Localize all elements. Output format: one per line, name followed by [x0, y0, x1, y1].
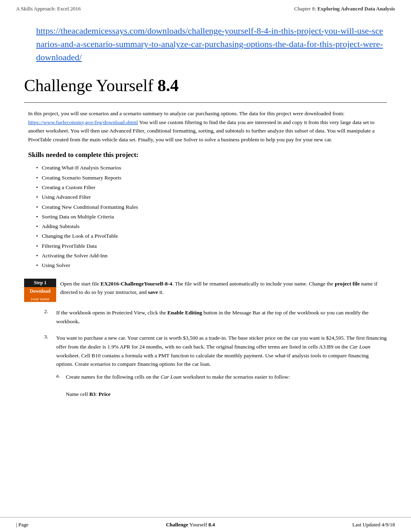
numbered-steps: 2. If the workbook opens in Protected Vi…: [24, 308, 387, 398]
step-1-projectfile: project file: [335, 281, 360, 287]
page-header: A Skills Approach: Excel 2016 Chapter 8:…: [0, 0, 411, 16]
intro-paragraph: In this project, you will use scenarios …: [24, 109, 387, 144]
skill-11: Using Solver: [42, 262, 70, 268]
sub-step-a-content: Create names for the following cells on …: [66, 373, 387, 399]
main-title: Challenge Yourself 8.4: [24, 76, 387, 95]
list-item: Creating What-If Analysis Scenarios: [36, 163, 387, 173]
page-footer: | Page Challenge Yourself 8.4 Last Updat…: [0, 517, 411, 532]
url-block[interactable]: https://theacademicessays.com/downloads/…: [36, 24, 387, 64]
header-left: A Skills Approach: Excel 2016: [16, 6, 81, 12]
fueleconomy-link[interactable]: https://www.fueleconomy.gov/feg/download…: [28, 119, 138, 125]
sub-step-a-price: Price: [98, 391, 110, 397]
footer-challenge: Challenge: [166, 522, 188, 528]
header-chapter-title: Exploring Advanced Data Analysis: [317, 6, 395, 12]
footer-yourself: Yourself: [188, 522, 208, 528]
step-1-text: Open the start file EX2016-ChallengeYour…: [60, 279, 387, 297]
list-item: Activating the Solver Add-Inn: [36, 251, 387, 261]
sub-step-a: a. Create names for the following cells …: [56, 373, 387, 399]
step-2-row: 2. If the workbook opens in Protected Vi…: [44, 308, 387, 326]
title-divider: [24, 102, 387, 103]
step-3-sub-steps: a. Create names for the following cells …: [44, 373, 387, 399]
sub-step-a-name-label: Name cell: [66, 391, 89, 397]
header-right: Chapter 8: Exploring Advanced Data Analy…: [294, 6, 395, 12]
list-item: Adding Subtotals: [36, 222, 387, 231]
footer-date: Last Updated 4/9/18: [352, 522, 395, 528]
skills-list: Creating What-If Analysis Scenarios Crea…: [24, 163, 387, 270]
skill-5: Creating New Conditional Formatting Rule…: [42, 204, 138, 210]
step-3-italic1: Car Loan: [350, 344, 370, 350]
list-item: Using Solver: [36, 261, 387, 270]
skill-4: Using Advanced Filter: [42, 194, 91, 200]
list-item: Creating Scenario Summary Reports: [36, 173, 387, 183]
list-item: Creating New Conditional Formatting Rule…: [36, 202, 387, 212]
skill-2: Creating Scenario Summary Reports: [42, 175, 121, 181]
footer-page: | Page: [16, 522, 28, 528]
list-item: Sorting Data on Multiple Criteria: [36, 212, 387, 222]
list-item: Creating a Custom Filter: [36, 183, 387, 192]
sub-step-a-letter: a.: [56, 373, 66, 379]
skill-9: Filtering PivotTable Data: [42, 243, 97, 249]
step-1-label: Step 1: [24, 279, 56, 287]
skill-6: Sorting Data on Multiple Criteria: [42, 214, 114, 220]
footer-center: Challenge Yourself 8.4: [166, 522, 215, 528]
sub-step-a-cell: B3: [89, 391, 96, 397]
step-2-number: 2.: [44, 308, 56, 315]
skill-1: Creating What-If Analysis Scenarios: [42, 165, 121, 171]
step-1-download: Download: [24, 287, 56, 296]
list-item: Filtering PivotTable Data: [36, 241, 387, 251]
main-content: https://theacademicessays.com/downloads/…: [0, 16, 411, 517]
list-item: Changing the Look of a PivotTable: [36, 231, 387, 241]
list-item: Using Advanced Filter: [36, 192, 387, 202]
intro-text-1: In this project, you will use scenarios …: [28, 110, 344, 116]
skill-3: Creating a Custom Filter: [42, 184, 96, 190]
title-text: Challenge Yourself: [24, 76, 157, 95]
step-3-content: You want to purchase a new car. Your cur…: [56, 334, 387, 368]
step-1-yourname: your name: [24, 296, 56, 302]
sub-step-a-text2: worksheet to make the scenarios easier t…: [181, 374, 290, 380]
step-3-text2: worksheet. Cell B10 contains a formula w…: [56, 353, 368, 367]
step-1-badge: Step 1 Download your name: [24, 279, 56, 302]
step-3-number: 3.: [44, 334, 56, 340]
step-1-save: save: [148, 289, 158, 295]
footer-num: 8.4: [208, 522, 215, 528]
title-number: 8.4: [157, 76, 179, 95]
step-3: 3. You want to purchase a new car. Your …: [44, 334, 387, 398]
step-1-text4: it.: [158, 289, 164, 295]
step-3-text1: You want to purchase a new car. Your cur…: [56, 335, 387, 350]
page: A Skills Approach: Excel 2016 Chapter 8:…: [0, 0, 411, 532]
sub-step-a-text1: Create names for the following cells on …: [66, 374, 161, 380]
skill-7: Adding Subtotals: [42, 223, 79, 229]
step-2-content: If the workbook opens in Protected View,…: [56, 308, 387, 326]
step-1-filename: EX2016-ChallengeYourself-8-4: [100, 281, 172, 287]
main-url-link[interactable]: https://theacademicessays.com/downloads/…: [36, 26, 383, 62]
step-2-period: .: [78, 318, 79, 324]
step-1-text2: . The file will be renamed automatically…: [172, 281, 335, 287]
step-2: 2. If the workbook opens in Protected Vi…: [44, 308, 387, 326]
skill-8: Changing the Look of a PivotTable: [42, 233, 118, 239]
step-1-block: Step 1 Download your name Open the start…: [24, 279, 387, 302]
skill-10: Activating the Solver Add-Inn: [42, 253, 108, 259]
step-2-bold1: Enable Editing: [167, 310, 202, 316]
sub-step-a-italic: Car Loan: [161, 374, 181, 380]
step-3-row: 3. You want to purchase a new car. Your …: [44, 334, 387, 368]
header-chapter-prefix: Chapter 8:: [294, 6, 317, 12]
skills-title: Skills needed to complete this project:: [24, 151, 387, 159]
step-2-text1: If the workbook opens in Protected View,…: [56, 310, 167, 316]
step-1-open-text: Open the start file: [60, 281, 100, 287]
